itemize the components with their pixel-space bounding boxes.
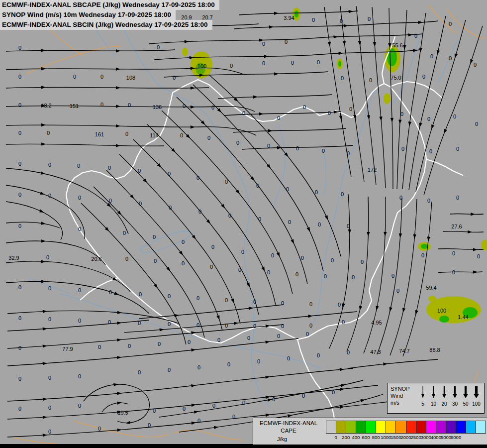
- cape-scale-tick-label: 2500: [411, 435, 421, 440]
- map-value-label: 0: [324, 273, 327, 279]
- map-value-label: 0: [48, 162, 51, 168]
- map-value-label: 0: [78, 403, 81, 409]
- map-value-label: 0: [317, 352, 320, 358]
- map-value-label: 0: [291, 60, 294, 66]
- map-value-label: 0: [391, 273, 394, 279]
- map-value-label: 0: [281, 300, 284, 306]
- map-value-label: 0: [287, 355, 290, 361]
- map-value-label: 0: [349, 106, 352, 112]
- map-value-label: 0: [18, 45, 21, 51]
- wind-speed-arrowhead-icon: [421, 394, 424, 398]
- map-value-label: 0: [306, 331, 309, 337]
- map-value-label: 0: [256, 183, 259, 189]
- map-value-label: 0: [277, 333, 280, 339]
- map-value-label: 0: [78, 195, 81, 201]
- map-value-label: 136: [153, 104, 162, 110]
- cape-scale-cell: [346, 421, 356, 433]
- map-value-label: 0: [100, 74, 103, 80]
- map-value-label: 0: [286, 186, 289, 192]
- map-value-label: 0: [296, 145, 299, 151]
- map-value-label: 0: [48, 375, 51, 381]
- cape-scale-cell: [426, 421, 436, 433]
- map-value-label: 114: [150, 132, 159, 138]
- map-value-label: 0: [180, 132, 183, 138]
- map-value-label: 0: [109, 198, 112, 204]
- map-value-label: 0: [225, 323, 228, 329]
- map-value-label: 0: [98, 344, 101, 350]
- map-value-label: 0: [272, 396, 275, 402]
- cape-scale-cell: [376, 421, 386, 433]
- wind-legend-text: SYNOP Wind m/s: [388, 383, 417, 413]
- title-sbcape: ECMWF-INDEX-ANAL SBCAPE (J/kg) Wednesday…: [0, 0, 219, 10]
- wind-speed-label: 10: [431, 401, 437, 407]
- cape-scale-cell: [326, 421, 336, 433]
- map-value-label: 0: [183, 103, 186, 109]
- wind-speed-arrowhead-icon: [474, 394, 479, 398]
- cape-scale-cell: [406, 421, 416, 433]
- map-value-label: 0: [347, 349, 350, 355]
- wind-legend-units: m/s: [390, 399, 416, 406]
- map-value-label: 0: [18, 161, 21, 167]
- map-value-label: 0: [48, 316, 51, 322]
- map-value-label: 0: [429, 148, 432, 154]
- map-value-label: 0: [422, 74, 425, 80]
- cape-scale-tick-label: 3000: [421, 435, 431, 440]
- wind-legend-param: Wind: [390, 392, 416, 399]
- cape-legend-text: ECMWF-INDEX-ANAL CAPE: [253, 420, 324, 435]
- map-value-label: 75.0: [390, 75, 401, 81]
- wind-speed-label: 5: [421, 401, 424, 407]
- map-value-label: 100: [197, 63, 206, 69]
- map-value-label: 0: [414, 33, 417, 39]
- map-value-label: 0: [46, 254, 49, 260]
- map-value-label: 0: [267, 269, 270, 275]
- map-value-label: 0: [211, 105, 214, 111]
- map-value-label: 0: [211, 244, 214, 250]
- map-value-label: 0: [168, 367, 171, 373]
- map-value-label: 0: [217, 337, 220, 343]
- map-value-label: 0: [341, 191, 344, 197]
- map-value-label: 161: [95, 131, 104, 137]
- map-value-label: 0: [225, 297, 228, 303]
- map-value-label: 0: [253, 323, 256, 329]
- map-value-label: 0: [139, 291, 142, 297]
- map-value-label: 0: [169, 205, 172, 211]
- map-value-label: 77.9: [62, 346, 73, 352]
- map-value-label: 0: [295, 271, 298, 277]
- map-value-label: 0: [368, 16, 371, 22]
- map-value-label: 0: [315, 189, 318, 195]
- wind-speed-label: 100: [472, 401, 481, 407]
- map-value-label: 0: [232, 414, 235, 420]
- map-value-label: 0: [196, 295, 199, 301]
- wind-speed-arrowhead-icon: [442, 394, 446, 398]
- map-value-label: 55.6: [392, 42, 402, 48]
- map-value-label: 0: [157, 44, 160, 50]
- map-value-label: 0: [449, 21, 452, 27]
- cape-scale-cell: [436, 421, 446, 433]
- cape-legend-product: ECMWF-INDEX-ANAL: [253, 420, 324, 427]
- wind-speed-arrowhead-icon: [453, 394, 457, 398]
- map-value-label: 0: [48, 429, 51, 435]
- map-value-label: 0: [332, 389, 335, 395]
- map-value-label: 0: [452, 250, 455, 256]
- map-value-label: 0: [341, 75, 344, 81]
- map-value-label: 0: [48, 193, 51, 199]
- wind-legend-arrows: 510203050100: [417, 383, 484, 412]
- map-value-label: 0: [301, 255, 304, 261]
- map-value-label: 74.7: [399, 348, 409, 354]
- cape-scale-tick-label: 6000: [451, 435, 461, 440]
- map-value-label: 0: [108, 319, 111, 325]
- map-value-label: 0: [230, 63, 233, 69]
- map-value-label: 0: [257, 358, 260, 364]
- map-value-label: 0: [328, 110, 331, 116]
- map-value-label: 19.5: [117, 410, 128, 416]
- map-value-label: 88.8: [429, 347, 440, 353]
- map-value-label: 0: [285, 39, 288, 45]
- map-value-label: 0: [449, 55, 452, 61]
- map-value-label: 0: [125, 256, 128, 262]
- map-value-label: 0: [347, 150, 350, 156]
- cape-scale-cell: [446, 421, 456, 433]
- map-value-label: 3.94: [284, 15, 294, 21]
- map-value-label: 0: [247, 335, 250, 341]
- map-value-label: 0: [427, 198, 430, 204]
- map-value-label: 4.95: [371, 320, 382, 326]
